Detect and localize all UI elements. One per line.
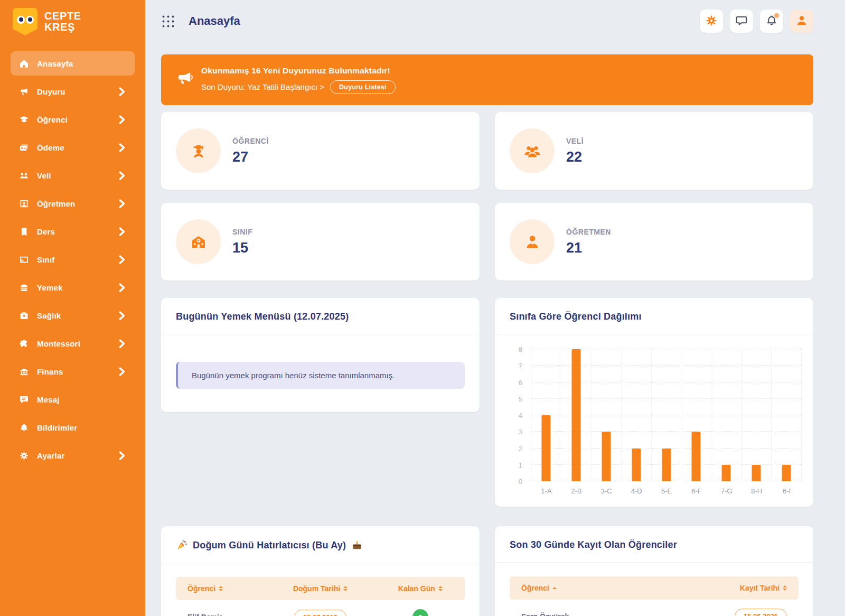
school-icon — [176, 219, 221, 264]
column-header-ogrenci[interactable]: Öğrenci — [510, 584, 654, 592]
chart-bar — [632, 449, 641, 482]
stat-card-ogretmen: ÖĞRETMEN 21 — [495, 203, 813, 281]
cake-icon — [351, 539, 363, 551]
birthday-table-header: Öğrenci Doğum Tarihi Kalan Gün — [176, 577, 465, 600]
chevron-right-icon — [117, 451, 127, 461]
chart-x-label: 6-F — [681, 487, 711, 495]
chart-y-tick: 4 — [519, 412, 522, 419]
sidebar-item-ogretmen[interactable]: Öğretmen — [11, 191, 135, 216]
sidebar-item-ogrenci[interactable]: Öğrenci — [11, 107, 135, 132]
stats-grid: ÖĞRENCİ 27 VELİ 22 — [161, 112, 813, 281]
sidebar-item-label: Mesaj — [37, 395, 60, 404]
food-menu-title: Bugünün Yemek Menüsü (12.07.2025) — [176, 311, 349, 322]
puzzle-icon — [18, 338, 29, 349]
teacher-person-icon — [510, 219, 555, 264]
chevron-right-icon — [117, 227, 127, 237]
sort-icon — [343, 586, 348, 591]
sort-icon — [219, 586, 223, 591]
brand-line-2: KREŞ — [44, 22, 81, 33]
chart-bar — [692, 432, 701, 481]
divider — [161, 563, 480, 563]
sidebar-item-odeme[interactable]: Ödeme — [11, 135, 135, 160]
announcement-banner: Okunmamış 16 Yeni Duyurunuz Bulunmaktadı… — [161, 54, 813, 105]
stat-value: 27 — [232, 149, 269, 165]
recent-registrations-card: Son 30 Günde Kayıt Olan Öğrenciler Öğren… — [495, 526, 813, 616]
chart-y-tick: 1 — [519, 461, 522, 469]
table-row: Sarp Özyürek 15.06.2025 — [510, 600, 799, 616]
chart-y-tick: 6 — [519, 378, 522, 386]
sidebar-item-bildirimler[interactable]: Bildirimler — [11, 415, 135, 440]
graduation-cap-icon — [18, 114, 29, 125]
sidebar-item-label: Ödeme — [37, 143, 64, 152]
chart-y-tick: 2 — [519, 444, 522, 452]
sidebar-item-veli[interactable]: Veli — [11, 163, 135, 188]
home-icon — [18, 58, 29, 69]
food-menu-empty-alert: Bugünün yemek programı henüz sisteme tan… — [176, 362, 465, 389]
chart-y-tick: 3 — [519, 428, 522, 436]
main-area: Anasayfa — [145, 0, 845, 616]
bottom-grid: Doğum Günü Hatırlatıcısı (Bu Ay) Öğrenci… — [161, 526, 813, 616]
chart-bar — [752, 465, 761, 481]
sidebar-item-anasayfa[interactable]: Anasayfa — [11, 51, 135, 76]
chart-x-label: 4-D — [622, 487, 652, 495]
settings-button[interactable] — [700, 10, 723, 33]
notifications-button[interactable] — [760, 10, 783, 33]
sidebar-item-label: Öğrenci — [37, 115, 68, 124]
sidebar-item-saglik[interactable]: Sağlık — [11, 303, 135, 328]
sidebar-item-label: Sağlık — [37, 311, 61, 320]
chart-x-label: 6-f — [772, 487, 802, 495]
messages-button[interactable] — [730, 10, 753, 33]
column-header-kayit-tarihi[interactable]: Kayıt Tarihi — [654, 584, 799, 592]
recent-table-header: Öğrenci Kayıt Tarihi — [510, 576, 799, 600]
banner-headline: Okunmamış 16 Yeni Duyurunuz Bulunmaktadı… — [201, 66, 396, 76]
chart-title: Sınıfa Göre Öğrenci Dağılımı — [510, 311, 642, 322]
chart-y-tick: 5 — [519, 395, 522, 403]
stat-value: 22 — [566, 149, 584, 165]
mid-grid: Bugünün Yemek Menüsü (12.07.2025) Bugünü… — [161, 298, 813, 507]
bank-icon — [18, 366, 29, 377]
sidebar-item-montessori[interactable]: Montessori — [11, 331, 135, 356]
sidebar-item-sinif[interactable]: Sınıf — [11, 247, 135, 272]
chart-y-axis: 012345678 — [509, 349, 527, 481]
chart-x-label: 5-E — [652, 487, 682, 495]
column-header-dogum-tarihi[interactable]: Doğum Tarihi — [265, 584, 375, 593]
parents-icon — [18, 170, 29, 181]
column-header-kalan-gun[interactable]: Kalan Gün — [376, 584, 465, 593]
meal-icon — [18, 282, 29, 293]
sidebar-item-duyuru[interactable]: Duyuru — [11, 79, 135, 104]
sidebar-item-mesaj[interactable]: Mesaj — [11, 387, 135, 412]
logo-eye-icon — [17, 16, 25, 24]
stat-value: 15 — [232, 240, 252, 256]
sidebar-item-label: Bildirimler — [37, 423, 77, 432]
chart-x-label: 3-C — [592, 487, 622, 495]
sort-icon — [783, 585, 787, 591]
megaphone-icon — [18, 86, 29, 97]
sidebar-item-ayarlar[interactable]: Ayarlar — [11, 443, 135, 468]
chevron-right-icon — [117, 87, 127, 97]
logo-eye-icon — [26, 16, 34, 24]
sort-asc-icon — [552, 587, 557, 589]
chevron-right-icon — [117, 143, 127, 153]
gear-icon — [18, 450, 29, 461]
announcement-list-button[interactable]: Duyuru Listesi — [330, 80, 396, 94]
sidebar-item-ders[interactable]: Ders — [11, 219, 135, 244]
apps-grid-icon[interactable] — [161, 14, 175, 29]
message-icon — [18, 394, 29, 405]
sidebar-item-yemek[interactable]: Yemek — [11, 275, 135, 300]
sidebar-item-finans[interactable]: Finans — [11, 359, 135, 384]
chevron-right-icon — [117, 115, 127, 125]
sidebar-item-label: Ders — [37, 227, 55, 236]
column-header-ogrenci[interactable]: Öğrenci — [176, 584, 265, 593]
chart-y-tick: 0 — [519, 478, 522, 486]
birthday-reminder-card: Doğum Günü Hatırlatıcısı (Bu Ay) Öğrenci… — [161, 526, 480, 616]
profile-button[interactable] — [790, 10, 813, 33]
chart-x-label: 8-H — [741, 487, 772, 495]
chevron-right-icon — [117, 311, 127, 321]
table-row: Elif Demir 15.07.2019 3 — [176, 600, 465, 616]
sidebar-item-label: Anasayfa — [37, 59, 73, 68]
sidebar-item-label: Öğretmen — [37, 199, 75, 208]
days-left-badge: 3 — [412, 609, 428, 616]
student-name: Elif Demir — [187, 613, 222, 616]
chart-bar — [571, 349, 580, 481]
chevron-right-icon — [117, 255, 127, 265]
